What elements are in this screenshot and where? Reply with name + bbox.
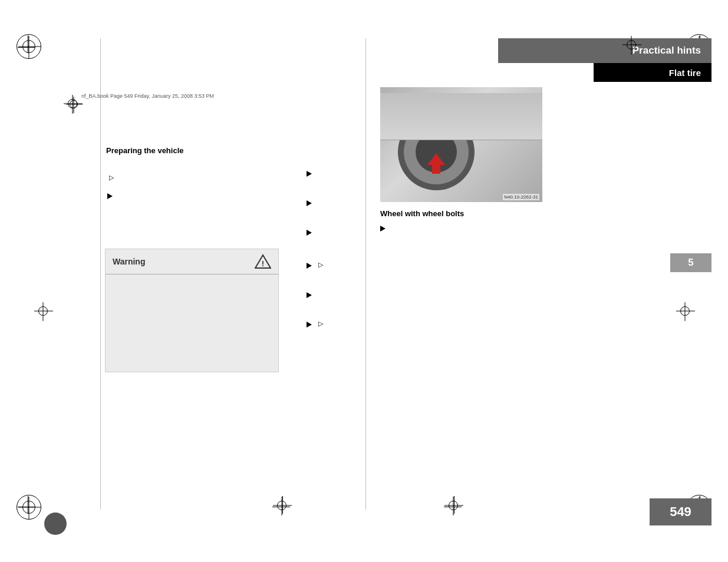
image-code: N40.10-2262-31 <box>503 194 539 200</box>
wheel-caption: Wheel with wheel bolts <box>380 209 464 218</box>
warning-triangle-icon: ! <box>255 253 271 270</box>
left-divider <box>100 38 101 510</box>
right-arrow-2 <box>307 200 312 206</box>
reg-circle-bl-outer <box>17 495 41 520</box>
file-info: nf_BA.book Page 549 Friday, January 25, … <box>81 93 214 99</box>
svg-text:!: ! <box>262 259 264 268</box>
reg-circle-bc-2 <box>449 501 458 510</box>
reg-circle-left-inner <box>70 100 78 108</box>
warning-label: Warning <box>113 257 145 266</box>
header-bar: Practical hints <box>498 38 711 63</box>
triangle-bullet-1: ▷ <box>109 174 114 181</box>
reg-circle-mid-left <box>38 306 48 316</box>
right-divider <box>365 38 366 510</box>
page-number: 549 <box>670 504 691 520</box>
red-arrow-indicator <box>427 153 445 176</box>
reg-circle-right-top <box>627 40 636 49</box>
preparing-title: Preparing the vehicle <box>106 146 184 155</box>
page-number-badge: 549 <box>650 498 711 525</box>
subheader-bar: Flat tire <box>594 63 711 82</box>
right-triangle-1: ▷ <box>318 261 323 269</box>
reg-circle-tl-outer <box>17 34 41 59</box>
arrow-bullet-1 <box>107 193 113 199</box>
section-number: 5 <box>688 257 693 269</box>
right-arrow-3 <box>307 230 312 236</box>
right-arrow-1 <box>307 171 312 177</box>
warning-box: Warning ! <box>105 249 279 372</box>
header-title: Practical hints <box>633 45 701 57</box>
text-line-1 <box>165 175 166 176</box>
reg-circle-bc-1 <box>277 501 286 510</box>
right-arrow-6 <box>307 322 312 328</box>
section-badge: 5 <box>670 253 711 272</box>
warning-header: Warning ! <box>106 249 278 275</box>
wheel-arrow-bullet <box>380 226 386 232</box>
subheader-title: Flat tire <box>669 68 701 78</box>
right-arrow-4 <box>307 263 312 269</box>
page-container: nf_BA.book Page 549 Friday, January 25, … <box>0 0 728 562</box>
right-triangle-2: ▷ <box>318 320 323 328</box>
reg-circle-mid-right <box>680 306 690 316</box>
wheel-image: N40.10-2262-31 <box>380 87 542 202</box>
decorative-circle-bl <box>44 513 67 535</box>
svg-marker-2 <box>427 153 445 174</box>
right-arrow-5 <box>307 292 312 298</box>
